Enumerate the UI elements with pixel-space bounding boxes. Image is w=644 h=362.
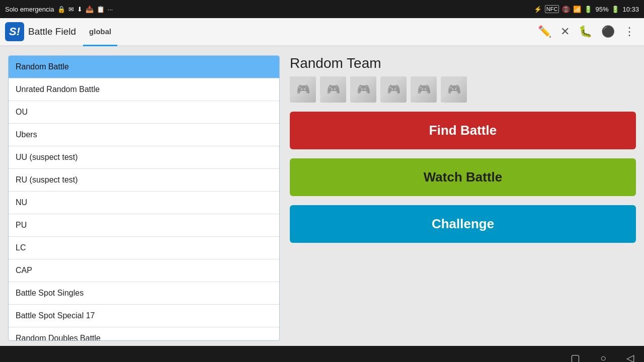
- tab-global[interactable]: global: [83, 18, 117, 46]
- battle-list-panel: Random BattleUnrated Random BattleOUUber…: [8, 55, 280, 341]
- battle-list-item[interactable]: Battle Spot Special 17: [9, 305, 279, 327]
- battle-list-item[interactable]: LC: [9, 237, 279, 259]
- battle-list-item[interactable]: Battle Spot Singles: [9, 282, 279, 305]
- pokemon-slot-2: [320, 76, 346, 103]
- app-bar: S! Battle Field global ✏️ ✕ 🐛 ⚫ ⋮: [0, 18, 644, 46]
- circle-nav-icon[interactable]: ○: [600, 352, 606, 363]
- toolbar-icons: ✏️ ✕ 🐛 ⚫ ⋮: [538, 25, 635, 38]
- battle-list-item[interactable]: NU: [9, 192, 279, 214]
- more-status-icon: ···: [108, 6, 113, 13]
- status-left: Solo emergencia 🔒 ✉ ⬇ 📥 📋 ···: [5, 6, 113, 13]
- bug-icon[interactable]: 🐛: [579, 25, 592, 38]
- person-icon: 🔒: [57, 6, 65, 13]
- wifi-icon: 📶: [573, 6, 581, 13]
- battery-icon: 🔋: [611, 6, 619, 13]
- battery-saver-icon: 🔋: [584, 6, 592, 13]
- pokemon-slot-1: [290, 76, 316, 103]
- battle-list-item[interactable]: UU (suspect test): [9, 146, 279, 169]
- mail-icon: ✉: [68, 6, 74, 13]
- inbox-icon: 📥: [86, 6, 94, 13]
- battle-list-item[interactable]: PU: [9, 214, 279, 237]
- android-nav-bar: ▢ ○ ◁: [0, 346, 644, 362]
- pokemon-slot-5: [411, 76, 437, 103]
- more-icon[interactable]: ⋮: [624, 25, 635, 38]
- find-battle-button[interactable]: Find Battle: [290, 112, 636, 149]
- square-nav-icon[interactable]: ▢: [571, 352, 580, 362]
- app-title: Battle Field: [28, 26, 76, 37]
- pokeball-icon[interactable]: ⚫: [601, 25, 615, 38]
- battle-list-item[interactable]: Random Doubles Battle: [9, 327, 279, 340]
- pokemon-slot-3: [350, 76, 376, 103]
- battle-list-item[interactable]: OU: [9, 101, 279, 124]
- pokemon-slot-6: [441, 76, 467, 103]
- back-nav-icon[interactable]: ◁: [626, 352, 634, 362]
- right-panel: Random Team Find Battle Watch Battle Cha…: [290, 55, 636, 341]
- status-right: ⚡ NFC 📵 📶 🔋 95% 🔋 10:33: [534, 5, 639, 13]
- battle-list-item[interactable]: Ubers: [9, 124, 279, 146]
- battery-percent: 95%: [595, 6, 608, 13]
- battle-list-item[interactable]: Random Battle: [9, 56, 279, 78]
- status-bar: Solo emergencia 🔒 ✉ ⬇ 📥 📋 ··· ⚡ NFC 📵 📶 …: [0, 0, 644, 18]
- nfc-icon: NFC: [545, 5, 559, 13]
- pokemon-row: [290, 76, 636, 103]
- calendar-icon: 📋: [97, 6, 105, 13]
- battle-list-item[interactable]: CAP: [9, 259, 279, 282]
- team-title: Random Team: [290, 55, 636, 71]
- download-icon: ⬇: [77, 6, 83, 13]
- app-logo: S!: [5, 22, 24, 41]
- time-display: 10:33: [622, 6, 639, 13]
- edit-icon[interactable]: ✏️: [538, 25, 551, 38]
- bluetooth-icon: ⚡: [534, 6, 542, 13]
- signal-icon: 📵: [562, 6, 570, 13]
- watch-battle-button[interactable]: Watch Battle: [290, 158, 636, 196]
- main-content: Random BattleUnrated Random BattleOUUber…: [0, 46, 644, 346]
- battle-list-item[interactable]: RU (suspect test): [9, 169, 279, 192]
- pokemon-slot-4: [380, 76, 407, 103]
- team-section: Random Team: [290, 55, 636, 103]
- logo-container[interactable]: S! Battle Field: [5, 22, 76, 41]
- close-icon[interactable]: ✕: [560, 25, 570, 38]
- carrier-text: Solo emergencia: [5, 6, 54, 13]
- battle-list-item[interactable]: Unrated Random Battle: [9, 78, 279, 101]
- challenge-button[interactable]: Challenge: [290, 205, 636, 243]
